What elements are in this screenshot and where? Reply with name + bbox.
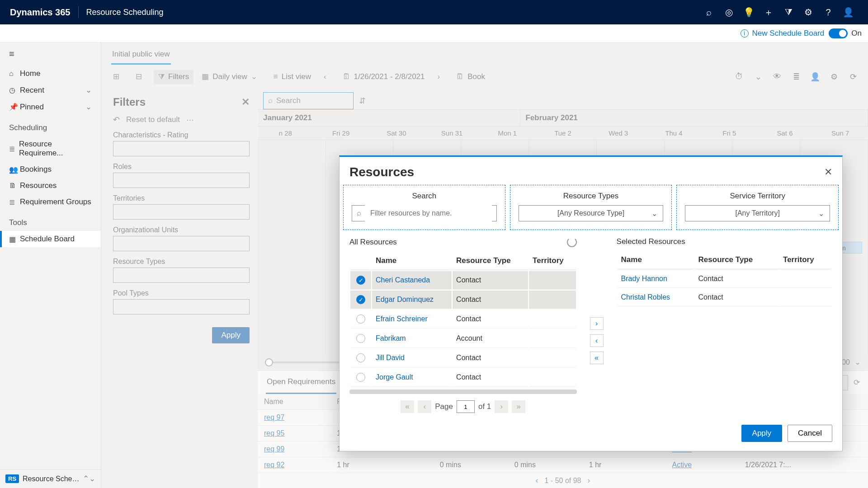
list-item[interactable]: ✓Cheri CastanedaContact [350, 271, 576, 290]
row-checkbox[interactable]: ✓ [356, 295, 365, 304]
close-icon[interactable]: ✕ [824, 166, 832, 178]
chevron-down-icon: ⌄ [85, 102, 92, 112]
info-icon[interactable]: i [741, 29, 749, 38]
prev-page-icon[interactable]: ‹ [418, 400, 431, 413]
search-group: Search ⌕ [343, 185, 505, 230]
cancel-button[interactable]: Cancel [788, 425, 832, 442]
resource-types-select[interactable]: [Any Resource Type]⌄ [519, 205, 664, 221]
all-resources-pane: All Resources Name Resource Type Territo… [343, 235, 583, 419]
nav-recent[interactable]: ◷Recent⌄ [0, 82, 101, 99]
resources-dialog: Resources ✕ Search ⌕ Resource Types [Any… [339, 155, 843, 451]
list-item[interactable]: ✓Edgar DominquezContact [350, 291, 576, 309]
list-item[interactable]: Brady HannonContact [618, 270, 831, 288]
header-divider [78, 6, 79, 18]
page-input[interactable] [457, 400, 475, 413]
search-icon: ⌕ [357, 209, 361, 218]
list-item[interactable]: Jill DavidContact [350, 349, 576, 367]
row-checkbox[interactable]: ✓ [356, 276, 365, 285]
help-icon[interactable]: ? [818, 7, 838, 18]
left-pager: « ‹ Page of 1 › » [349, 394, 577, 419]
row-checkbox[interactable] [356, 334, 365, 343]
left-nav: ≡ ⌂Home ◷Recent⌄ 📌Pinned⌄ Scheduling ≣Re… [0, 42, 101, 488]
nav-resource-requirements[interactable]: ≣Resource Requireme... [0, 136, 101, 161]
user-icon[interactable]: 👤 [838, 7, 858, 18]
task-icon[interactable]: ◎ [719, 7, 739, 18]
resource-link[interactable]: Christal Robles [618, 289, 694, 306]
row-checkbox[interactable] [356, 314, 365, 324]
mover-buttons: › ‹ « [583, 235, 610, 419]
move-left-button[interactable]: ‹ [590, 334, 604, 347]
search-icon[interactable]: ⌕ [699, 7, 719, 18]
section-tools: Tools [0, 210, 101, 231]
next-page-icon[interactable]: › [495, 400, 508, 413]
service-territory-group: Service Territory [Any Territory]⌄ [676, 185, 839, 230]
schedule-toggle-row: i New Schedule Board On [0, 24, 868, 42]
row-checkbox[interactable] [356, 353, 365, 362]
nav-bookings[interactable]: 👥Bookings [0, 161, 101, 178]
lightbulb-icon[interactable]: 💡 [739, 7, 759, 18]
list-item[interactable]: FabrikamAccount [350, 329, 576, 348]
schedule-toggle-switch[interactable] [829, 28, 848, 38]
resource-link[interactable]: Efrain Schreiner [372, 310, 452, 328]
updown-icon: ⌃⌄ [83, 474, 95, 483]
nav-pinned[interactable]: 📌Pinned⌄ [0, 99, 101, 115]
global-header: Dynamics 365 Resource Scheduling ⌕ ◎ 💡 ＋… [0, 0, 868, 24]
chevron-down-icon: ⌄ [85, 85, 92, 95]
nav-home[interactable]: ⌂Home [0, 66, 101, 82]
area-label: Resource Scheduling [86, 8, 163, 17]
gear-icon[interactable]: ⚙ [798, 7, 818, 18]
nav-requirement-groups[interactable]: ≣Requirement Groups [0, 194, 101, 210]
row-checkbox[interactable] [356, 373, 365, 382]
resource-link[interactable]: Cheri Castaneda [372, 271, 452, 290]
hamburger-icon[interactable]: ≡ [0, 42, 101, 66]
chevron-down-icon: ⌄ [818, 209, 824, 218]
chevron-down-icon: ⌄ [651, 209, 657, 218]
service-territory-select[interactable]: [Any Territory]⌄ [685, 205, 830, 221]
filter-icon[interactable]: ⧩ [778, 7, 798, 18]
move-all-left-button[interactable]: « [590, 352, 604, 364]
first-page-icon[interactable]: « [401, 400, 414, 413]
resource-link[interactable]: Brady Hannon [618, 270, 694, 288]
apply-button[interactable]: Apply [741, 425, 783, 442]
dialog-title: Resources [349, 165, 414, 179]
section-scheduling: Scheduling [0, 115, 101, 136]
list-item[interactable]: Efrain SchreinerContact [350, 310, 576, 328]
last-page-icon[interactable]: » [512, 400, 525, 413]
nav-schedule-board[interactable]: ▦Schedule Board [0, 231, 101, 247]
resource-link[interactable]: Edgar Dominquez [372, 291, 452, 309]
resource-link[interactable]: Jill David [372, 349, 452, 367]
schedule-toggle-state: On [851, 29, 862, 38]
loading-spinner-icon [567, 237, 577, 247]
resource-types-group: Resource Types [Any Resource Type]⌄ [510, 185, 672, 230]
list-item[interactable]: Christal RoblesContact [618, 289, 831, 306]
list-item[interactable]: Jorge GaultContact [350, 368, 576, 387]
selected-resources-pane: Selected Resources Name Resource Type Te… [610, 235, 839, 419]
resource-link[interactable]: Jorge Gault [372, 368, 452, 387]
move-right-button[interactable]: › [590, 317, 604, 330]
resource-name-filter[interactable] [365, 205, 492, 221]
schedule-toggle-label: New Schedule Board [752, 29, 825, 38]
brand: Dynamics 365 [10, 7, 70, 18]
nav-resources[interactable]: 🗎Resources [0, 178, 101, 194]
area-switcher[interactable]: RS Resource Scheduli... ⌃⌄ [0, 469, 101, 488]
add-icon[interactable]: ＋ [759, 6, 778, 19]
horizontal-scrollbar[interactable] [349, 389, 577, 394]
resource-link[interactable]: Fabrikam [372, 329, 452, 348]
